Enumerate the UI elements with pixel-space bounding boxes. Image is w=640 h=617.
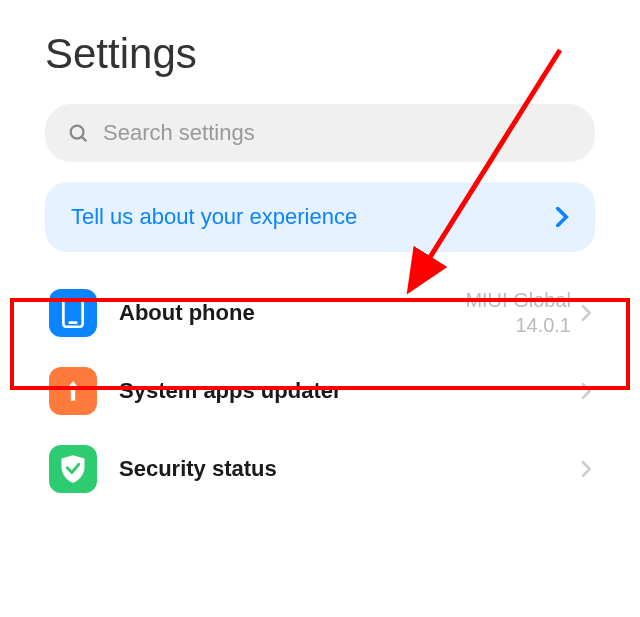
security-status-item[interactable]: Security status — [45, 430, 595, 508]
phone-icon — [49, 289, 97, 337]
about-phone-item[interactable]: About phone MIUI Global 14.0.1 — [45, 274, 595, 352]
chevron-right-icon — [581, 460, 591, 478]
feedback-banner[interactable]: Tell us about your experience — [45, 182, 595, 252]
feedback-banner-text: Tell us about your experience — [71, 204, 357, 230]
about-phone-value: MIUI Global 14.0.1 — [465, 288, 571, 338]
update-icon — [49, 367, 97, 415]
search-placeholder: Search settings — [103, 120, 255, 146]
shield-icon — [49, 445, 97, 493]
svg-line-1 — [82, 137, 87, 142]
search-icon — [67, 122, 89, 144]
chevron-right-icon — [581, 304, 591, 322]
security-status-label: Security status — [119, 456, 581, 482]
svg-point-0 — [71, 126, 84, 139]
chevron-right-icon — [555, 207, 569, 227]
page-title: Settings — [45, 30, 595, 78]
search-input[interactable]: Search settings — [45, 104, 595, 162]
system-apps-updater-item[interactable]: System apps updater — [45, 352, 595, 430]
system-apps-updater-label: System apps updater — [119, 378, 581, 404]
about-phone-label: About phone — [119, 300, 465, 326]
chevron-right-icon — [581, 382, 591, 400]
